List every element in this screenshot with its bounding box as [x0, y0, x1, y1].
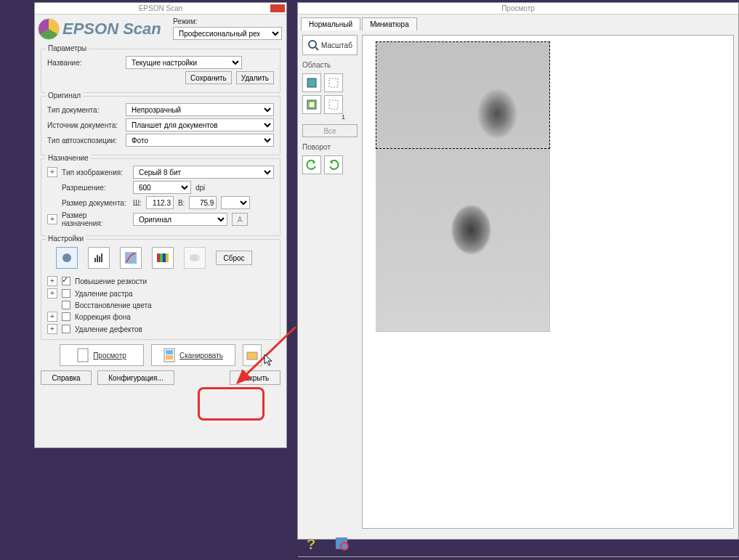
svg-rect-14	[166, 350, 173, 354]
preview-tabs: Нормальный Миниатюра	[298, 15, 738, 31]
doc-unit-select[interactable]: мм	[221, 196, 250, 209]
marquee-count-icon[interactable]: 1	[324, 95, 343, 114]
epson-logo-icon	[38, 18, 60, 40]
folder-icon	[246, 349, 258, 361]
color-adjust-icon[interactable]	[184, 247, 206, 269]
svg-rect-7	[160, 253, 163, 262]
height-label: В:	[178, 199, 185, 207]
name-label: Название:	[47, 59, 121, 67]
image-type-select[interactable]: Серый 8 бит	[133, 166, 274, 179]
checkbox-sharpen[interactable]	[62, 277, 70, 285]
group-parameters: Параметры Название: Текущие настройки Со…	[41, 49, 280, 93]
scan-icon	[163, 348, 175, 362]
target-size-select[interactable]: Оригинал	[133, 213, 227, 226]
copy-marquee-icon[interactable]	[302, 95, 321, 114]
color-palette-icon[interactable]	[152, 247, 174, 269]
orientation-button[interactable]: A	[232, 213, 248, 226]
document-icon	[77, 348, 89, 362]
svg-rect-20	[329, 78, 338, 87]
group-parameters-legend: Параметры	[46, 44, 89, 52]
svg-point-11	[193, 254, 200, 261]
epson-brand: EPSON Scan	[62, 20, 161, 38]
tab-normal[interactable]: Нормальный	[301, 17, 360, 31]
densitometer-icon[interactable]	[334, 536, 352, 553]
help-icon[interactable]: ?	[304, 536, 321, 553]
svg-text:?: ?	[307, 536, 315, 552]
svg-rect-6	[157, 253, 160, 262]
expand-sharpen[interactable]: +	[47, 276, 57, 286]
autoexposure-select[interactable]: Фото	[126, 134, 274, 147]
checkbox-backlight[interactable]	[62, 312, 70, 321]
preview-canvas[interactable]	[362, 35, 734, 529]
doc-source-label: Источник документа:	[47, 121, 121, 129]
resolution-label: Разрешение:	[62, 184, 129, 192]
svg-rect-2	[97, 255, 98, 262]
svg-rect-9	[166, 253, 169, 262]
scan-button[interactable]: Сканировать	[151, 344, 235, 366]
svg-rect-15	[166, 355, 173, 360]
tone-curve-icon[interactable]	[120, 247, 142, 269]
epson-titlebar[interactable]: EPSON Scan	[35, 3, 286, 15]
epson-window-title: EPSON Scan	[139, 4, 183, 12]
doc-size-label: Размер документа:	[62, 199, 129, 207]
label-color-restore: Восстановление цвета	[75, 301, 151, 309]
file-settings-button[interactable]	[243, 344, 262, 366]
mouse-cursor-icon	[264, 354, 274, 369]
label-backlight: Коррекция фона	[75, 313, 131, 321]
close-button[interactable]: Закрыть	[230, 370, 280, 385]
group-adjustments-legend: Настройки	[46, 235, 86, 243]
doc-height-input[interactable]	[189, 196, 217, 209]
close-icon[interactable]	[270, 4, 285, 12]
save-settings-button[interactable]: Сохранить	[185, 71, 232, 84]
checkbox-dust[interactable]	[62, 325, 70, 333]
zoom-button[interactable]: Масштаб	[302, 35, 358, 55]
expand-image-type[interactable]: +	[47, 167, 57, 177]
delete-settings-button[interactable]: Удалить	[236, 71, 274, 84]
preview-titlebar[interactable]: Просмотр	[298, 3, 738, 15]
reset-button[interactable]: Сброс	[216, 251, 252, 265]
mode-select[interactable]: Профессиональный режим	[173, 27, 282, 40]
select-all-button[interactable]: Все	[302, 124, 358, 137]
doc-width-input[interactable]	[146, 196, 174, 209]
autoexposure-label: Tип автоэкспозиции:	[47, 137, 121, 145]
svg-rect-22	[310, 102, 314, 107]
tab-thumbnail[interactable]: Миниатюра	[362, 17, 417, 31]
expand-dust[interactable]: +	[47, 324, 57, 334]
svg-rect-12	[78, 349, 88, 362]
auto-locate-icon[interactable]	[302, 73, 321, 92]
auto-adjust-icon[interactable]	[56, 247, 78, 269]
preview-window-title: Просмотр	[501, 4, 535, 12]
svg-rect-16	[247, 352, 257, 360]
expand-target-size[interactable]: +	[47, 214, 57, 224]
width-label: Ш:	[133, 199, 142, 207]
label-descreen: Удаление растра	[75, 290, 133, 298]
configuration-button[interactable]: Конфигурация...	[97, 370, 174, 385]
doc-type-label: Tип документа:	[47, 106, 121, 114]
resolution-unit: dpi	[195, 184, 205, 192]
checkbox-color-restore[interactable]	[62, 301, 70, 309]
doc-type-select[interactable]: Непрозрачный	[126, 103, 274, 116]
svg-rect-19	[307, 78, 316, 87]
preview-button[interactable]: Просмотр	[60, 344, 144, 366]
delete-marquee-icon[interactable]	[324, 73, 343, 92]
rotate-left-icon[interactable]	[302, 155, 321, 174]
rotate-right-icon[interactable]	[324, 155, 343, 174]
histogram-icon[interactable]	[88, 247, 110, 269]
epson-scan-window: EPSON Scan EPSON Scan Режим: Профессиона…	[34, 2, 287, 448]
checkbox-descreen[interactable]	[62, 289, 70, 298]
expand-backlight[interactable]: +	[47, 312, 57, 322]
doc-source-select[interactable]: Планшет для документов	[126, 118, 274, 131]
annotation-highlight-box	[198, 387, 264, 421]
expand-descreen[interactable]: +	[47, 288, 57, 299]
group-original: Оригинал Tип документа: Непрозрачный Ист…	[41, 96, 280, 155]
preview-window: Просмотр Нормальный Миниатюра Масштаб Об…	[297, 2, 739, 540]
marquee-count: 1	[342, 113, 345, 121]
help-button[interactable]: Справка	[41, 370, 92, 385]
selection-marquee[interactable]	[376, 41, 550, 149]
resolution-select[interactable]: 600	[133, 181, 191, 194]
magnifier-icon	[307, 39, 319, 51]
settings-name-select[interactable]: Текущие настройки	[126, 56, 242, 69]
epson-header: EPSON Scan Режим: Профессиональный режим	[35, 15, 286, 46]
svg-rect-3	[99, 256, 100, 262]
svg-point-17	[309, 41, 316, 48]
